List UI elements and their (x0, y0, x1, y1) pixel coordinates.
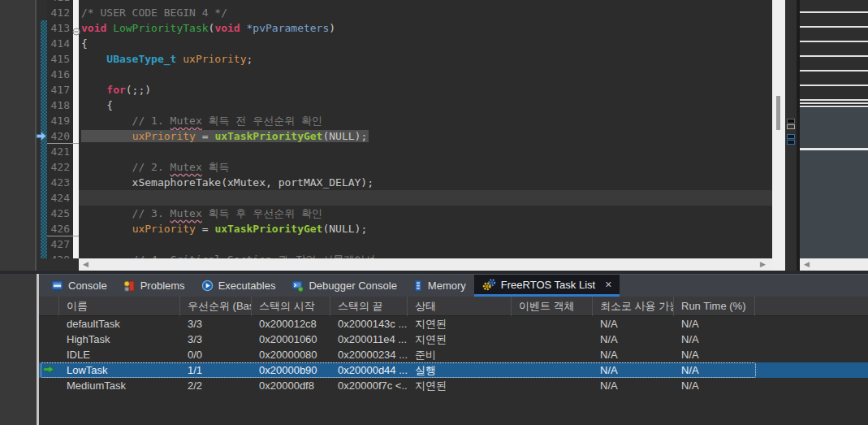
table-cell (755, 316, 868, 332)
code-token: // 3. (81, 207, 171, 219)
table-cell: 0x20000234 ... (330, 347, 408, 362)
editor-vertical-scrollbar[interactable] (772, 0, 785, 271)
tab-debugger-console[interactable]: Debugger Console (283, 275, 404, 297)
vertical-scrollbar-thumb[interactable] (776, 96, 780, 130)
column-header-우선순위 (Base/A[interactable]: 우선순위 (Base/A (180, 297, 252, 316)
tab-label: Debugger Console (309, 280, 396, 292)
table-header-row: 이름우선순위 (Base/A스택의 시작스택의 끝상태이벤트 객체최소로 사용 … (39, 297, 868, 316)
table-cell: 0x20000080 (252, 347, 330, 362)
table-cell: 2/2 (180, 378, 252, 393)
line-number-421[interactable]: 421 (47, 144, 73, 159)
table-row-HighTask[interactable]: HighTask3/30x200010600x200011e4 ...지연된N/… (39, 332, 868, 347)
fold-collapse-icon[interactable] (72, 24, 80, 39)
table-cell: 0x200012c8 (252, 316, 330, 332)
view-tab-bar: ConsoleProblemsExecutablesDebugger Conso… (39, 274, 868, 297)
line-number-419[interactable]: 419 (47, 113, 73, 128)
code-line-420: uxPriority = uxTaskPriorityGet(NULL); (79, 128, 772, 144)
column-header-이벤트 객체[interactable]: 이벤트 객체 (512, 297, 593, 316)
tab-problems[interactable]: Problems (115, 275, 193, 297)
line-number-424[interactable]: 424 (47, 190, 73, 206)
overview-mark[interactable] (787, 124, 795, 129)
tab-label: Problems (140, 280, 185, 292)
line-number-420[interactable]: 420 (47, 128, 73, 144)
right-panel-horizontal-scrollbar[interactable]: ◀ (800, 258, 868, 271)
table-row-IDLE[interactable]: IDLE0/00x200000800x20000234 ...준비N/AN/A (39, 347, 868, 362)
column-header-스택의 끝[interactable]: 스택의 끝 (330, 297, 408, 316)
table-row-MediumTask[interactable]: MediumTask2/20x20000df80x20000f7c <...지연… (39, 378, 868, 393)
executables-icon (201, 280, 214, 292)
table-cell (755, 378, 868, 393)
table-cell: 0x20000b90 (252, 362, 330, 378)
table-row-LowTask[interactable]: LowTask1/10x20000b900x20000d44 ...실행N/AN… (39, 362, 868, 378)
scrollbar-corner (37, 258, 79, 271)
code-line-424 (79, 190, 772, 206)
right-panel-body (800, 108, 868, 258)
table-cell: 0x20000f7c <... (330, 378, 408, 393)
tab-close-icon[interactable]: × (605, 279, 611, 290)
code-token: UBaseType_t (106, 53, 176, 65)
line-number-413[interactable]: 413 (47, 20, 73, 36)
column-header-상태[interactable]: 상태 (408, 297, 512, 316)
code-token (81, 84, 106, 96)
code-token: = (196, 223, 214, 235)
table-cell (39, 316, 59, 332)
table-cell: LowTask (59, 362, 180, 378)
gutter-underline (47, 143, 79, 144)
line-number-415[interactable]: 415 (47, 51, 73, 67)
code-token (81, 53, 106, 65)
tab-freertos-task-list[interactable]: FreeRTOS Task List× (474, 275, 620, 297)
table-cell: N/A (674, 347, 755, 362)
code-token (240, 22, 247, 34)
overview-mark[interactable] (787, 134, 795, 139)
code-token (81, 130, 132, 142)
column-header-0[interactable] (39, 297, 59, 316)
table-cell: 준비 (408, 347, 512, 362)
column-header-Run Time (%)[interactable]: Run Time (%) (674, 297, 755, 316)
scroll-left-icon[interactable]: ◀ (804, 258, 810, 271)
scroll-left-icon[interactable]: ◀ (83, 258, 89, 271)
table-cell (512, 347, 593, 362)
table-cell (39, 347, 59, 362)
code-token: 획득 전 우선순위 확인 (202, 115, 322, 127)
overview-mark[interactable] (787, 119, 795, 124)
line-number-414[interactable]: 414 (47, 36, 73, 51)
tab-console[interactable]: Console (43, 275, 115, 297)
code-line-412: /* USER CODE BEGIN 4 */ (79, 5, 772, 20)
line-number-418[interactable]: 418 (47, 98, 73, 113)
scroll-right-icon[interactable]: ▶ (760, 258, 766, 271)
column-header-이름[interactable]: 이름 (59, 297, 180, 316)
code-editor[interactable]: 4114124134144154164174184194204214224234… (37, 0, 772, 258)
code-text[interactable]: /* USER CODE BEGIN 4 */void LowPriorityT… (79, 0, 772, 258)
overview-ruler[interactable] (785, 0, 797, 271)
table-cell: 0x20000df8 (252, 378, 330, 393)
tab-executables[interactable]: Executables (193, 275, 284, 297)
line-number-426[interactable]: 426 (47, 221, 73, 236)
line-number-425[interactable]: 425 (47, 206, 73, 221)
line-number-422[interactable]: 422 (47, 159, 73, 175)
tab-memory[interactable]: Memory (405, 275, 474, 297)
problems-icon (123, 280, 136, 292)
code-line-423: xSemaphoreTake(xMutex, portMAX_DELAY); (79, 175, 772, 190)
column-header-스택의 시작[interactable]: 스택의 시작 (252, 297, 330, 316)
column-header-최소로 사용 가능[interactable]: 최소로 사용 가능 (593, 297, 674, 316)
table-row-defaultTask[interactable]: defaultTask3/30x200012c80x2000143c ...지연… (39, 316, 868, 332)
table-cell: 0x20001060 (252, 332, 330, 347)
column-header-9[interactable] (755, 297, 868, 316)
line-number-427[interactable]: 427 (47, 236, 73, 252)
code-token: { (81, 99, 113, 111)
line-number-428[interactable]: 428 (47, 252, 73, 258)
code-token: Mutex (171, 207, 202, 219)
code-token: *pvParameters (247, 22, 330, 34)
line-number-ruler[interactable]: 4114124134144154164174184194204214224234… (47, 0, 73, 258)
freertos-task-table: 이름우선순위 (Base/A스택의 시작스택의 끝상태이벤트 객체최소로 사용 … (39, 297, 868, 393)
bottom-panel-content: ConsoleProblemsExecutablesDebugger Conso… (39, 274, 868, 425)
editor-horizontal-scrollbar[interactable]: ◀ ▶ (79, 258, 772, 271)
gutter-underline (47, 236, 79, 236)
line-number-416[interactable]: 416 (47, 67, 73, 82)
line-number-417[interactable]: 417 (47, 82, 73, 98)
line-number-423[interactable]: 423 (47, 175, 73, 190)
overview-mark[interactable] (787, 140, 795, 145)
line-number-412[interactable]: 412 (47, 5, 73, 20)
code-line-425: // 3. Mutex 획득 후 우선순위 확인 (79, 206, 772, 221)
bottom-panel: ConsoleProblemsExecutablesDebugger Conso… (0, 271, 868, 425)
